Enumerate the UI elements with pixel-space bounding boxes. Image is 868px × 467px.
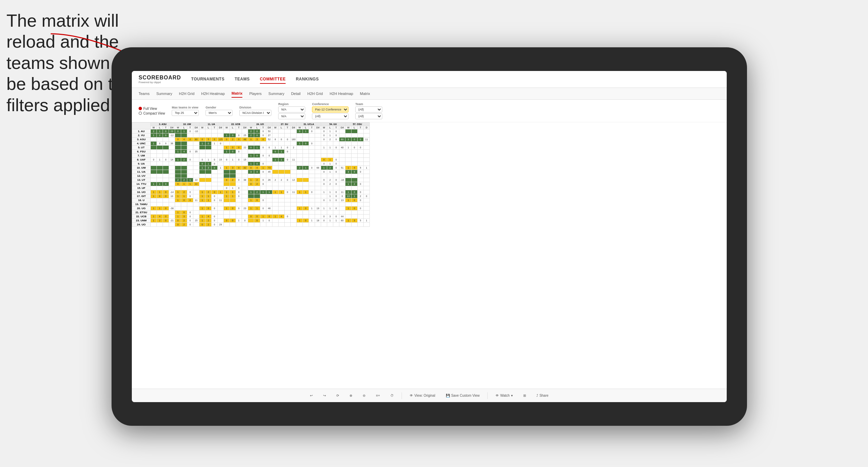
region-select1[interactable]: N/A [278,106,305,113]
nav-tournaments[interactable]: TOURNAMENTS [191,75,225,84]
matrix-cell [224,174,230,178]
sub-tab-players[interactable]: Players [249,90,262,97]
matrix-cell: 1 [303,129,309,133]
sub-tab-summary[interactable]: Summary [156,90,172,97]
matrix-cell: 23 [169,129,175,133]
matrix-cell: 0 [352,206,358,211]
matrix-cell: 0 [333,133,339,138]
division-select[interactable]: NCAA Division I [239,110,271,116]
redo-btn[interactable]: ↪ [320,393,329,398]
matrix-cell [187,142,193,146]
matrix-cell [303,146,309,150]
conference-select1[interactable]: Pac-12 Conference [312,106,348,113]
matrix-cell [266,186,272,190]
matrix-cell: 0 [285,215,291,219]
share-btn[interactable]: ⤴ Share [534,393,551,398]
matrix-cell: 0 [285,190,291,194]
matrix-cell [339,206,345,211]
matrix-cell [175,162,181,166]
matrix-cell: 2 [181,158,187,162]
row-label: 15. UF [132,186,151,190]
asu-t: T [163,126,169,129]
gender-select[interactable]: Men's [206,110,233,116]
matrix-cell [206,146,212,150]
row-label: 5. UT [132,146,151,150]
matrix-cell: 60 [339,219,345,223]
save-custom-btn[interactable]: 💾 Save Custom View [443,393,482,398]
region-select2[interactable]: N/A [278,113,305,119]
matrix-cell [242,186,248,190]
matrix-cell: 0 [236,186,242,190]
matrix-cell [291,166,297,170]
matrix-cell: 0 [163,158,169,162]
matrix-cell: 0 [266,215,272,219]
compact-view-radio[interactable]: Compact View [139,112,165,115]
matrix-cell: 0 [242,219,248,223]
matrix-cell [224,211,230,215]
matrix-cell: 0 [248,146,254,150]
matrix-cell: 0 [187,150,193,154]
refresh-btn[interactable]: ⟳ [334,393,342,398]
full-view-radio[interactable]: Full View [139,107,165,110]
matrix-cell: 4 [279,215,285,219]
matrix-cell [260,223,266,227]
sub-tab-h2h-heatmap[interactable]: H2H Heatmap [201,90,225,97]
nav-teams[interactable]: TEAMS [235,75,250,84]
asu-l: L [157,126,163,129]
matrix-cell [218,215,224,219]
matrix-cell [315,170,321,174]
watch-btn[interactable]: 👁 Watch▾ [493,393,515,398]
matrix-cell: 1 [206,194,212,198]
sub-tab-detail[interactable]: Detail [291,90,300,97]
matrix-cell [364,190,370,194]
sub-tab-h2h-grid2[interactable]: H2H Grid [307,90,323,97]
matrix-cell [187,133,193,138]
matrix-cell: 1 [151,206,157,211]
undo-btn[interactable]: ↩ [307,393,315,398]
matrix-cell [364,174,370,178]
grid-btn[interactable]: ⊞ [521,393,529,398]
matrix-cell [352,186,358,190]
sub-tab-teams[interactable]: Teams [139,90,149,97]
max-teams-select[interactable]: Top 25 [172,110,199,116]
team-select1[interactable]: (All) [355,106,382,113]
save-icon: 💾 [446,394,450,397]
matrix-cell [309,178,315,182]
matrix-cell [224,182,230,186]
matrix-cell [272,186,279,190]
matrix-cell: 0 [260,178,266,182]
matrix-cell [157,174,163,178]
zoom-out-btn[interactable]: ⊖ [360,393,368,398]
matrix-cell: 1 [254,206,260,211]
nav-items: TOURNAMENTS TEAMS COMMITTEE RANKINGS [191,75,319,84]
team-select2[interactable]: (All) [355,113,382,119]
sub-tab-summary2[interactable]: Summary [268,90,284,97]
matrix-cell: 0 [321,178,327,182]
timer-btn[interactable]: ⏱ [388,393,396,398]
matrix-cell [218,133,224,138]
sub-tab-matrix[interactable]: Matrix [232,90,242,98]
matrix-cell: 0 [285,150,291,154]
matrix-cell: 73 [266,166,272,170]
sub-tab-h2h-heatmap2[interactable]: H2H Heatmap [330,90,353,97]
view-original-btn[interactable]: 👁 View: Original [407,393,438,398]
matrix-cell: 0 [352,170,358,174]
sub-tab-matrix2[interactable]: Matrix [360,90,370,97]
matrix-cell [175,142,181,146]
matrix-cell: 22 [193,178,199,182]
matrix-cell [169,223,175,227]
matrix-cell [236,142,242,146]
matrix-cell [327,142,333,146]
conference-select2[interactable]: (All) [312,113,348,119]
sub-tab-h2h-grid[interactable]: H2H Grid [179,90,194,97]
matrix-cell: 160 [291,138,297,142]
matrix-cell: 0 [254,162,260,166]
settings-btn[interactable]: ≡+ [373,393,383,398]
nav-committee[interactable]: COMMITTEE [260,75,286,84]
matrix-cell: 0 [260,154,266,158]
matrix-area[interactable]: 3. ASU 10. UW 11. UA 22. UCB 24. UO 27. … [132,122,727,394]
zoom-btn[interactable]: ⊕ [347,393,355,398]
row-label: 22. UCB [132,215,151,219]
matrix-cell [339,211,345,215]
nav-rankings[interactable]: RANKINGS [296,75,319,84]
